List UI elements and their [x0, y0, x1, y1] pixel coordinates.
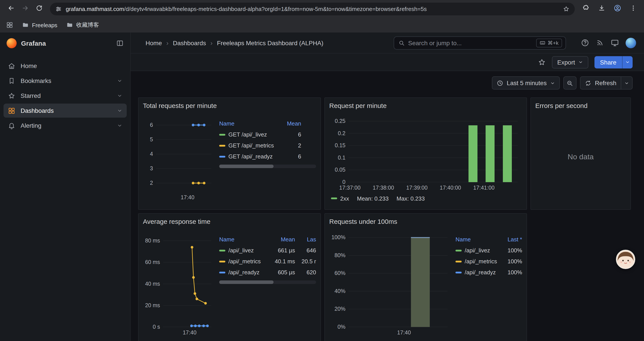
browser-toolbar: grafana.mathmast.com/d/deytv4rwavabkb/fr… [0, 0, 644, 18]
series-color-marker [456, 260, 462, 262]
panel-title[interactable]: Errors per second [535, 101, 626, 111]
user-avatar[interactable] [626, 38, 636, 48]
grafana-sidebar: Grafana HomeBookmarksStarredDashboardsAl… [0, 33, 131, 341]
legend-header-mean[interactable]: Mean [266, 236, 295, 243]
legend-scrollbar[interactable] [219, 165, 316, 168]
brand-name: Grafana [21, 39, 112, 47]
news-button[interactable] [596, 39, 604, 47]
bookmark-item[interactable]: Freeleaps [22, 21, 58, 29]
legend-row[interactable]: GET /api/_livez6 [219, 129, 316, 140]
legend-header-name[interactable]: Name [219, 120, 278, 127]
svg-text:40%: 40% [334, 288, 346, 294]
panel-title[interactable]: Average response time [143, 216, 316, 227]
legend-series-2xx[interactable]: 2xx [331, 195, 349, 202]
legend-row[interactable]: /api/_readyz605 µs620 [219, 267, 316, 278]
legend-table: NameMeanGET /api/_livez6GET /api/_metric… [216, 111, 316, 203]
svg-text:0.05: 0.05 [335, 167, 346, 173]
back-icon [7, 5, 15, 13]
search-placeholder: Search or jump to... [408, 39, 533, 46]
panel-title[interactable]: Request per minute [329, 101, 522, 111]
legend-row[interactable]: GET /api/_metrics2 [219, 140, 316, 151]
legend-scrollbar[interactable] [219, 280, 316, 284]
series-color-marker [219, 271, 225, 273]
apps-grid-icon[interactable] [6, 22, 13, 29]
panel-title[interactable]: Requests under 100ms [329, 216, 522, 227]
legend-header-row: NameLast * [456, 234, 522, 245]
legend-row[interactable]: GET /api/_readyz6 [219, 151, 316, 162]
bookmark-label: Freeleaps [32, 22, 58, 28]
site-settings-icon[interactable] [55, 6, 62, 12]
legend-header-name[interactable]: Name [219, 236, 266, 243]
legend-row[interactable]: /api/_metrics100% [456, 256, 522, 267]
url-bar[interactable]: grafana.mathmast.com/d/deytv4rwavabkb/fr… [50, 3, 575, 15]
assistant-avatar[interactable] [616, 250, 635, 269]
panel-title[interactable]: Total requests per minute [143, 101, 316, 111]
legend-header-name[interactable]: Name [456, 236, 499, 243]
display-button[interactable] [611, 39, 619, 47]
time-range-picker[interactable]: Last 5 minutes [492, 76, 560, 90]
legend-row[interactable]: /api/_readyz100% [456, 267, 522, 278]
reload-icon [35, 5, 43, 13]
svg-text:60 ms: 60 ms [145, 259, 160, 265]
scrollbar-thumb[interactable] [219, 165, 274, 168]
keyboard-icon [540, 40, 545, 46]
bookmark-star-icon[interactable] [563, 6, 570, 12]
share-dropdown-button[interactable] [622, 56, 632, 68]
series-value: 100% [499, 269, 522, 276]
help-button[interactable] [581, 39, 589, 47]
sidebar-item-home[interactable]: Home [4, 59, 127, 73]
breadcrumb-item: Freeleaps Metrics Dashboard (ALPHA) [217, 39, 324, 46]
chevron-down-icon[interactable] [117, 78, 122, 83]
series-name: /api/_livez [465, 247, 490, 254]
favorite-dashboard-button[interactable] [538, 58, 546, 66]
sidebar-item-starred[interactable]: Starred [4, 89, 127, 103]
legend-header-mean[interactable]: Mean [278, 120, 301, 127]
refresh-interval-dropdown[interactable] [621, 76, 632, 90]
series-name: GET /api/_metrics [228, 142, 274, 149]
zoom-out-icon [566, 80, 573, 86]
browser-menu-button[interactable] [626, 2, 640, 15]
series-value: 2 [278, 142, 301, 149]
sidebar-item-label: Starred [20, 92, 41, 99]
scrollbar-thumb[interactable] [219, 280, 274, 284]
sidebar-item-dashboards[interactable]: Dashboards [4, 104, 127, 118]
downloads-button[interactable] [595, 2, 608, 15]
legend-header-last[interactable]: Last * [499, 236, 522, 243]
back-button[interactable] [4, 2, 18, 15]
zoom-out-button[interactable] [563, 76, 576, 90]
refresh-button[interactable]: Refresh [580, 76, 621, 90]
extensions-button[interactable] [579, 2, 592, 15]
browser-profile-button[interactable] [611, 2, 624, 15]
sidebar-item-label: Home [20, 62, 37, 69]
legend-header-las[interactable]: Las [295, 236, 316, 243]
bookmark-item[interactable]: 收藏博客 [66, 21, 99, 29]
legend-row[interactable]: /api/_metrics40.1 ms20.5 r [219, 256, 316, 267]
series-value: 620 [295, 269, 316, 276]
share-button[interactable]: Share [594, 56, 622, 68]
breadcrumb-item[interactable]: Dashboards [173, 39, 206, 46]
svg-text:80%: 80% [334, 252, 346, 258]
legend-row[interactable]: /api/_livez100% [456, 245, 522, 256]
svg-text:0.1: 0.1 [338, 154, 346, 161]
forward-button[interactable] [18, 2, 32, 15]
home-icon [8, 62, 15, 70]
star-icon [538, 58, 546, 66]
svg-text:3: 3 [150, 165, 153, 171]
legend-row[interactable]: /api/_livez661 µs646 [219, 245, 316, 256]
chevron-down-icon[interactable] [117, 108, 122, 113]
search-input[interactable]: Search or jump to... ⌘+k [394, 36, 566, 49]
chevron-down-icon[interactable] [117, 123, 122, 128]
series-color-marker [219, 134, 225, 135]
bookmark-label: 收藏博客 [76, 21, 99, 29]
export-button[interactable]: Export [552, 56, 588, 68]
sidebar-item-alerting[interactable]: Alerting [4, 119, 127, 133]
chevron-down-icon[interactable] [117, 93, 122, 98]
star-icon [8, 92, 15, 99]
reload-button[interactable] [32, 2, 46, 15]
sidebar-toggle-button[interactable] [116, 39, 124, 47]
breadcrumb-item[interactable]: Home [146, 39, 162, 46]
series-name: 2xx [340, 195, 349, 202]
chevron-down-icon [624, 81, 629, 85]
apps-icon [8, 107, 15, 114]
sidebar-item-bookmarks[interactable]: Bookmarks [4, 74, 127, 88]
